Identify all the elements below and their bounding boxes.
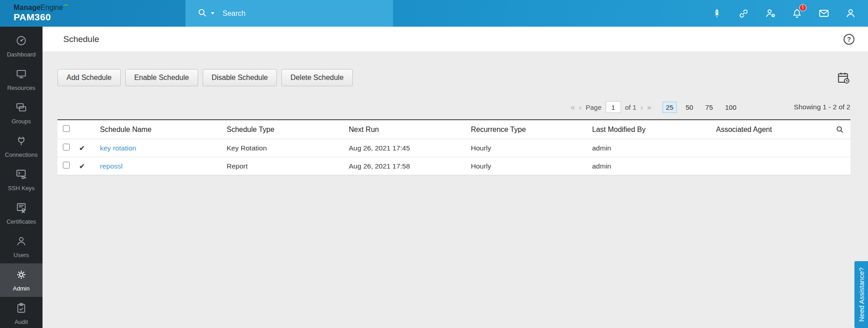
next-page-icon[interactable]: › bbox=[640, 103, 643, 111]
pager: « ‹ Page of 1 › » 25 50 75 100 bbox=[571, 101, 740, 113]
table-row: ✔ key rotation Key Rotation Aug 26, 2021… bbox=[57, 139, 850, 157]
page-title: Schedule bbox=[63, 34, 99, 44]
sidebar-item-dashboard[interactable]: Dashboard bbox=[0, 29, 43, 63]
link-icon[interactable] bbox=[738, 8, 749, 19]
brand-manageengine: ManageEngine bbox=[14, 4, 185, 12]
add-schedule-button[interactable]: Add Schedule bbox=[57, 69, 121, 86]
column-header-last-modified-by: Last Modified By bbox=[588, 120, 712, 139]
ssh-key-icon bbox=[15, 169, 27, 182]
table-header-row: Schedule Name Schedule Type Next Run Rec… bbox=[57, 120, 850, 139]
page-of-label: of 1 bbox=[625, 103, 636, 111]
schedule-name-link[interactable]: key rotation bbox=[100, 144, 136, 152]
main-area: Schedule ? Add Schedule Enable Schedule … bbox=[43, 27, 868, 328]
sidebar-item-certificates[interactable]: Certificates bbox=[0, 197, 43, 230]
sidebar-item-groups[interactable]: Groups bbox=[0, 96, 43, 130]
page-label: Page bbox=[586, 103, 602, 111]
monitor-icon bbox=[15, 68, 27, 81]
sidebar-item-label: Audit bbox=[14, 319, 28, 325]
table-search-icon[interactable] bbox=[835, 125, 844, 133]
help-icon[interactable]: ? bbox=[844, 34, 854, 45]
need-assistance-tab[interactable]: Need Assistance? bbox=[854, 261, 868, 328]
notification-badge: ! bbox=[799, 4, 806, 11]
sidebar-item-label: Connections bbox=[5, 151, 38, 158]
product-name: PAM360 bbox=[14, 12, 185, 23]
user-settings-icon[interactable] bbox=[764, 8, 776, 19]
column-header-associated-agent: Associated Agent bbox=[712, 120, 828, 139]
sidebar-item-label: SSH Keys bbox=[8, 185, 34, 192]
page-size-75[interactable]: 75 bbox=[702, 102, 716, 113]
associated-agent-cell bbox=[712, 157, 828, 175]
enable-schedule-button[interactable]: Enable Schedule bbox=[125, 69, 198, 86]
column-header-schedule-type: Schedule Type bbox=[223, 120, 345, 139]
profile-icon[interactable] bbox=[844, 8, 856, 19]
mail-icon[interactable] bbox=[818, 8, 830, 19]
prev-page-icon[interactable]: ‹ bbox=[579, 103, 582, 111]
next-run-cell: Aug 26, 2021 17:45 bbox=[345, 139, 467, 157]
brand-rest-text: Engine bbox=[41, 4, 63, 12]
schedule-table: Schedule Name Schedule Type Next Run Rec… bbox=[57, 119, 850, 175]
showing-count: Showing 1 - 2 of 2 bbox=[794, 103, 850, 111]
associated-agent-cell bbox=[712, 139, 828, 157]
sidebar-item-users[interactable]: Users bbox=[0, 230, 43, 263]
sidebar-item-label: Admin bbox=[13, 285, 30, 292]
schedule-name-link[interactable]: repossl bbox=[100, 162, 123, 170]
first-page-icon[interactable]: « bbox=[571, 103, 575, 111]
sidebar-item-audit[interactable]: Audit bbox=[0, 297, 43, 328]
row-checkbox[interactable] bbox=[63, 162, 70, 169]
certificate-icon bbox=[15, 202, 27, 215]
select-all-checkbox[interactable] bbox=[63, 125, 70, 132]
brand-logo[interactable]: ManageEngine PAM360 bbox=[0, 0, 185, 27]
sidebar-item-admin[interactable]: Admin bbox=[0, 263, 43, 297]
page-size-25[interactable]: 25 bbox=[663, 102, 677, 113]
search-input[interactable] bbox=[222, 9, 366, 18]
recurrence-type-cell: Hourly bbox=[467, 139, 588, 157]
clipboard-check-icon bbox=[15, 302, 27, 315]
sidebar-item-ssh-keys[interactable]: SSH Keys bbox=[0, 163, 43, 197]
status-column-header bbox=[76, 120, 96, 139]
column-header-recurrence-type: Recurrence Type bbox=[467, 120, 588, 139]
schedule-type-cell: Key Rotation bbox=[223, 139, 345, 157]
topbar: ManageEngine PAM360 bbox=[0, 0, 868, 27]
dashboard-icon bbox=[15, 35, 27, 48]
sidebar-item-label: Groups bbox=[12, 118, 31, 125]
delete-schedule-button[interactable]: Delete Schedule bbox=[281, 69, 352, 86]
last-modified-by-cell: admin bbox=[588, 157, 712, 175]
page-size-100[interactable]: 100 bbox=[722, 102, 740, 113]
recurrence-type-cell: Hourly bbox=[467, 157, 588, 175]
schedule-toolbar: Add Schedule Enable Schedule Disable Sch… bbox=[57, 69, 850, 86]
enabled-check-icon: ✔ bbox=[79, 144, 85, 152]
users-icon bbox=[15, 235, 27, 248]
sidebar: Dashboard Resources Groups bbox=[0, 27, 43, 328]
group-monitors-icon bbox=[15, 102, 27, 115]
next-run-cell: Aug 26, 2021 17:58 bbox=[345, 157, 467, 175]
sidebar-item-label: Users bbox=[14, 252, 29, 258]
sidebar-item-connections[interactable]: Connections bbox=[0, 130, 43, 163]
page-size-options: 25 50 75 100 bbox=[663, 102, 740, 113]
last-page-icon[interactable]: » bbox=[647, 103, 651, 111]
search-scope-caret-icon[interactable] bbox=[211, 12, 214, 14]
brand-swoosh-icon bbox=[64, 5, 68, 7]
content: Add Schedule Enable Schedule Disable Sch… bbox=[43, 52, 868, 175]
column-header-next-run: Next Run bbox=[345, 120, 467, 139]
global-search[interactable] bbox=[185, 0, 393, 27]
topbar-icons: ! bbox=[711, 0, 868, 27]
notifications-bell-icon[interactable]: ! bbox=[791, 8, 803, 19]
page-header: Schedule ? bbox=[43, 27, 868, 52]
calendar-history-icon[interactable] bbox=[837, 71, 850, 84]
sidebar-item-resources[interactable]: Resources bbox=[0, 63, 43, 96]
enabled-check-icon: ✔ bbox=[79, 162, 85, 170]
schedule-type-cell: Report bbox=[223, 157, 345, 175]
sidebar-item-label: Certificates bbox=[6, 218, 36, 225]
gear-icon bbox=[15, 269, 27, 282]
sidebar-item-label: Dashboard bbox=[7, 51, 36, 58]
page-number-input[interactable] bbox=[606, 101, 621, 113]
pagination-row: « ‹ Page of 1 › » 25 50 75 100 Showing 1… bbox=[57, 101, 850, 113]
table-search-cell bbox=[828, 120, 850, 139]
table-row: ✔ repossl Report Aug 26, 2021 17:58 Hour… bbox=[57, 157, 850, 175]
rocket-icon[interactable] bbox=[711, 8, 723, 19]
row-checkbox[interactable] bbox=[63, 144, 70, 150]
page-size-50[interactable]: 50 bbox=[683, 102, 697, 113]
disable-schedule-button[interactable]: Disable Schedule bbox=[203, 69, 277, 86]
brand-bold-text: Manage bbox=[14, 4, 41, 12]
plug-icon bbox=[15, 135, 27, 148]
